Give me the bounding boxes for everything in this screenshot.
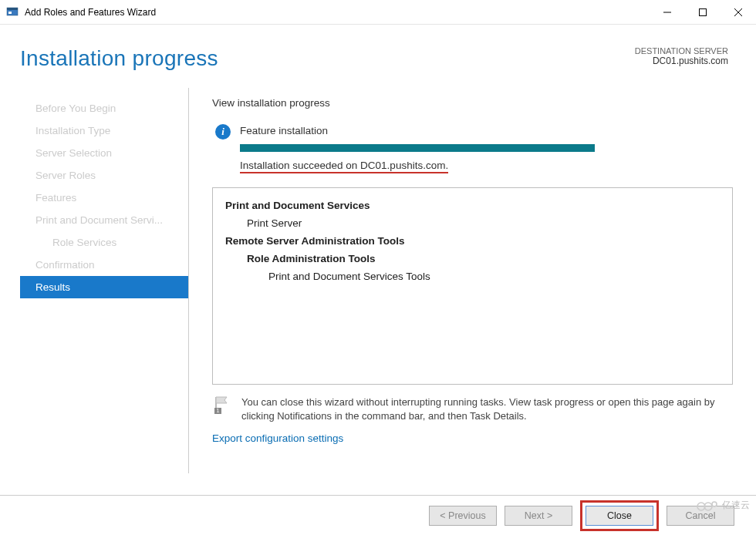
title-bar: Add Roles and Features Wizard xyxy=(0,0,756,25)
sidebar-item-server-selection: Server Selection xyxy=(20,142,188,164)
header: Installation progress DESTINATION SERVER… xyxy=(0,25,756,71)
result-item: Print Server xyxy=(225,215,720,233)
next-button: Next > xyxy=(505,506,572,526)
progress-bar xyxy=(240,144,595,152)
window-controls xyxy=(650,0,756,25)
minimize-button[interactable] xyxy=(650,0,685,25)
status-title: Feature installation xyxy=(240,125,733,136)
result-group: Remote Server Administration Tools xyxy=(225,233,720,251)
results-box: Print and Document Services Print Server… xyxy=(212,187,733,385)
sidebar-item-confirmation: Confirmation xyxy=(20,254,188,276)
sidebar-item-results[interactable]: Results xyxy=(20,276,188,298)
sidebar-item-features: Features xyxy=(20,187,188,209)
window-title: Add Roles and Features Wizard xyxy=(25,7,156,18)
note-row: 1 You can close this wizard without inte… xyxy=(212,395,733,423)
cancel-button: Cancel xyxy=(667,506,734,526)
close-button[interactable]: Close xyxy=(586,506,653,526)
destination-server: DC01.pushits.com xyxy=(635,56,728,66)
close-highlight: Close xyxy=(580,500,659,531)
sidebar-item-installation-type: Installation Type xyxy=(20,119,188,142)
svg-rect-4 xyxy=(700,8,707,15)
destination-label: DESTINATION SERVER xyxy=(635,46,728,56)
flag-icon: 1 xyxy=(214,395,231,414)
info-icon: i xyxy=(215,124,231,140)
sidebar-item-before-you-begin: Before You Begin xyxy=(20,97,188,119)
close-window-button[interactable] xyxy=(721,0,756,25)
note-text: You can close this wizard without interr… xyxy=(241,395,733,423)
status-row: i Feature installation Installation succ… xyxy=(212,124,733,173)
result-item: Role Administration Tools xyxy=(225,251,720,268)
previous-button: < Previous xyxy=(429,506,497,526)
maximize-button[interactable] xyxy=(685,0,721,25)
svg-text:1: 1 xyxy=(217,408,220,413)
destination-block: DESTINATION SERVER DC01.pushits.com xyxy=(635,46,728,66)
sidebar-item-print-document-services: Print and Document Servi... xyxy=(20,209,188,231)
body: Before You Begin Installation Type Serve… xyxy=(0,88,756,473)
button-bar: < Previous Next > Close Cancel xyxy=(0,495,756,535)
sidebar: Before You Begin Installation Type Serve… xyxy=(0,88,189,473)
main-panel: View installation progress i Feature ins… xyxy=(189,88,756,473)
sidebar-item-server-roles: Server Roles xyxy=(20,164,188,187)
page-title: Installation progress xyxy=(20,46,218,71)
result-item: Print and Document Services Tools xyxy=(225,268,720,286)
svg-rect-2 xyxy=(8,12,12,14)
app-icon xyxy=(6,6,19,19)
view-heading: View installation progress xyxy=(212,97,733,109)
export-config-link[interactable]: Export configuration settings xyxy=(212,432,343,444)
svg-rect-1 xyxy=(7,8,18,10)
succeed-text: Installation succeeded on DC01.pushits.c… xyxy=(240,160,448,173)
sidebar-item-role-services: Role Services xyxy=(20,231,188,254)
result-group: Print and Document Services xyxy=(225,197,720,215)
